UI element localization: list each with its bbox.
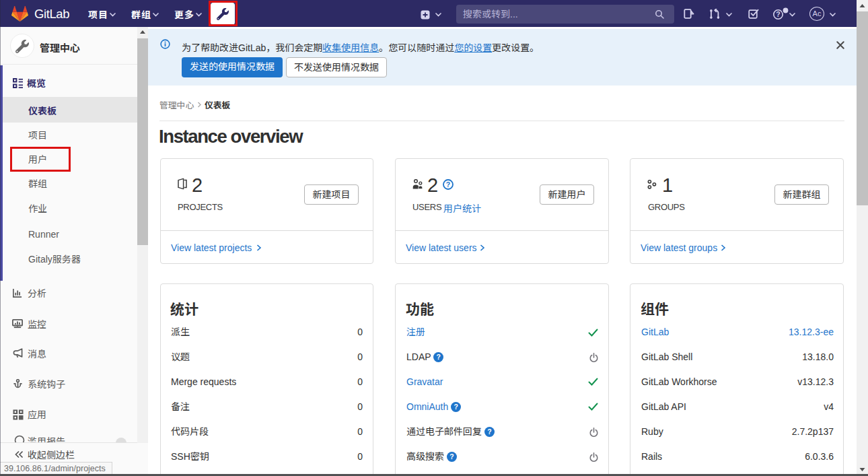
svg-text:?: ? — [446, 180, 450, 189]
svg-text:?: ? — [776, 10, 780, 18]
